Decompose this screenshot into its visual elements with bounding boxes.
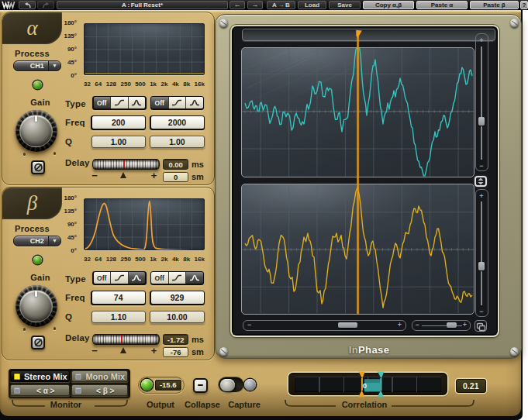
svg-text:0: 0 bbox=[363, 381, 367, 390]
